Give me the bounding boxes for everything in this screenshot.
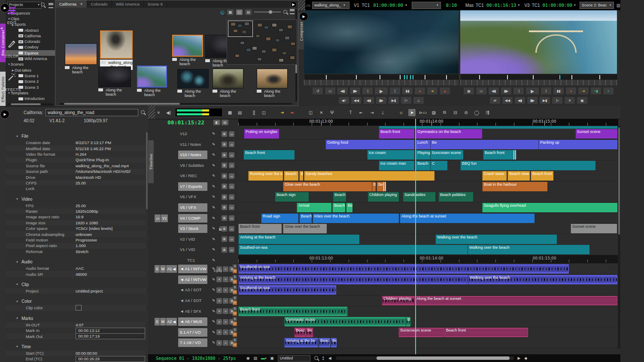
video-clip[interactable]: Beach sign bbox=[275, 192, 309, 202]
project-tree-scrollbar[interactable] bbox=[7, 103, 53, 105]
grid-toggle-icon[interactable]: ▣ bbox=[270, 356, 274, 360]
track-automation-icon[interactable]: ≈ bbox=[223, 277, 228, 282]
track-gear-icon[interactable]: ⚙ bbox=[222, 205, 227, 210]
transport-sync-point-button[interactable]: + bbox=[603, 87, 614, 95]
transport-pause-button[interactable]: ▮▮ bbox=[402, 87, 413, 95]
track-monitor-icon[interactable]: ▭ bbox=[229, 215, 234, 221]
track-name-button[interactable]: V1 / VID bbox=[178, 245, 207, 254]
transport-grid-button[interactable]: ▦ bbox=[463, 87, 474, 95]
track-lane[interactable]: ArrivalBeachBeSeagulls flying overhead bbox=[238, 202, 618, 213]
transport-lift-button[interactable]: ▲ bbox=[439, 87, 450, 95]
audio-clip[interactable]: Walking over the beach bbox=[468, 275, 617, 284]
track-lane[interactable]: BeacBeSunscream sceneBeach front bbox=[238, 327, 618, 338]
focus-indicator-icon[interactable]: ◉ bbox=[246, 356, 250, 360]
mute-button[interactable]: M bbox=[233, 290, 237, 294]
video-clip[interactable]: Ice cream bbox=[367, 150, 414, 160]
track-patch[interactable]: SMA2 ◀ bbox=[155, 318, 177, 326]
section-collapse-icon[interactable]: ▼ bbox=[15, 345, 19, 348]
audio-clip[interactable]: Arriving at the beach bbox=[238, 275, 468, 284]
track-pencil-icon[interactable]: ✎ bbox=[212, 237, 216, 241]
tree-down-arrow-icon[interactable]: ▼ bbox=[7, 92, 11, 94]
record-mas-timecode[interactable]: 00:01:16:13 bbox=[486, 3, 516, 8]
section-header-audio[interactable]: ▼Audio bbox=[6, 258, 146, 265]
track-gear-icon[interactable]: ⚙ bbox=[222, 131, 227, 137]
track-name-button[interactable]: V7 / Experts bbox=[178, 182, 207, 191]
track-pencil-icon[interactable]: ✎ bbox=[212, 320, 216, 324]
track-gear-icon[interactable]: ⚙ bbox=[222, 215, 227, 221]
video-clip[interactable]: Running over the s bbox=[248, 171, 283, 181]
mute-button[interactable]: M bbox=[233, 322, 237, 326]
transport-rewind-button[interactable]: ◀◀ bbox=[502, 97, 513, 104]
track-patch[interactable]: ▭V1 bbox=[155, 214, 168, 222]
bin-clip[interactable]: Along the beach bbox=[98, 66, 131, 97]
video-clip[interactable]: Beach bbox=[299, 214, 312, 223]
track-automation-icon[interactable]: ≈ bbox=[223, 266, 228, 272]
audio-clip[interactable]: B bbox=[406, 317, 410, 326]
text-view-button[interactable]: ▦ bbox=[227, 9, 234, 15]
mute-button[interactable]: M bbox=[233, 311, 237, 316]
mute-button[interactable]: M bbox=[233, 332, 237, 337]
track-name-button[interactable]: V5 / VFX bbox=[178, 203, 207, 212]
video-clip[interactable]: Beach bbox=[284, 171, 298, 181]
track-monitor-icon[interactable]: ▭ bbox=[229, 131, 234, 137]
section-header-video[interactable]: ▼Video bbox=[6, 196, 146, 203]
record-tc-caret[interactable]: ▼ bbox=[574, 4, 576, 6]
video-clip[interactable]: Beach bbox=[416, 161, 430, 170]
timeline-zoom-icon[interactable]: ◆ bbox=[525, 356, 528, 360]
tc1-ruler[interactable]: 00:01:13:0000:01:14:0000:01:15:00 bbox=[238, 255, 618, 263]
video-clip[interactable]: Beach front bbox=[531, 171, 553, 181]
track-monitor-icon[interactable]: ▭ bbox=[229, 194, 234, 200]
track-lane[interactable]: Running over the sBeachBeSandy beachesCr… bbox=[238, 171, 618, 181]
transport-mark-out-button[interactable]: ⌉ bbox=[513, 87, 524, 95]
property-value[interactable]: 00:00:17:19 bbox=[76, 333, 145, 339]
track-name-button[interactable]: V2 / VID bbox=[178, 235, 207, 244]
track-lane[interactable]: Glow over the beachBBeBoat in the harbou… bbox=[238, 181, 618, 192]
video-clip[interactable]: Glow over the beach bbox=[283, 224, 327, 233]
track-pencil-icon[interactable]: ✎ bbox=[212, 205, 216, 210]
track-pencil-icon[interactable]: ✎ bbox=[212, 216, 216, 220]
section-header-clip[interactable]: ▼Clip bbox=[6, 281, 146, 288]
solo-button[interactable]: S bbox=[233, 296, 237, 300]
track-name-button[interactable]: ◄ A5 / SFX bbox=[178, 307, 207, 316]
timeline-v-scrollbar[interactable] bbox=[618, 126, 620, 349]
bin-search-icon[interactable] bbox=[283, 10, 287, 15]
tree-down-arrow-icon[interactable]: ▼ bbox=[7, 63, 11, 66]
track-waveform-icon[interactable]: ≡ bbox=[216, 287, 222, 293]
section-header-file[interactable]: ▼File bbox=[6, 133, 146, 140]
playhead[interactable] bbox=[415, 119, 416, 354]
video-clip[interactable]: Glow over the beach bbox=[283, 182, 372, 191]
transport-step-forward-button[interactable]: ▮▶ bbox=[527, 97, 538, 104]
transport-match-frame-button[interactable]: +▮ bbox=[590, 87, 601, 95]
close-tab-icon[interactable]: ✕ bbox=[80, 0, 83, 8]
tree-item-california[interactable]: California bbox=[6, 33, 55, 39]
timeline-tab[interactable]: Timeline bbox=[148, 140, 154, 183]
track-automation-icon[interactable]: ≈ bbox=[223, 329, 228, 335]
patch-button[interactable]: A2 ◀ bbox=[166, 318, 177, 326]
solo-mute-column[interactable]: SM bbox=[233, 275, 237, 284]
track-pencil-icon[interactable]: ✎ bbox=[212, 174, 216, 178]
track-lane[interactable]: Road signBeachKites over the beachAlong … bbox=[238, 213, 618, 224]
patch-button[interactable]: M bbox=[160, 318, 166, 326]
tree-right-arrow-icon[interactable]: ▶ bbox=[11, 69, 15, 72]
track-lane[interactable]: Southend-on-sea bbox=[238, 285, 618, 296]
solo-button[interactable]: S bbox=[233, 264, 237, 268]
solo-button[interactable]: S bbox=[233, 328, 237, 332]
track-lane[interactable]: Southed-on-seaWalking over the beach bbox=[238, 244, 618, 255]
transport-go-to-out-button[interactable]: ▮▶ bbox=[501, 87, 512, 95]
track-monitor-icon[interactable]: ▭ bbox=[229, 142, 234, 147]
track-name-button[interactable]: V6 / VFX bbox=[178, 193, 207, 201]
video-clip[interactable]: Be bbox=[430, 140, 538, 149]
sequence-search-icon[interactable] bbox=[314, 356, 318, 361]
track-name-button[interactable]: ◄ A3 / SOT bbox=[178, 286, 207, 294]
bin-h-scrollbar[interactable] bbox=[60, 103, 292, 105]
track-lane[interactable]: Ice cream manBeachCBBQ fun bbox=[238, 160, 618, 171]
track-lane[interactable]: Putting on sunglasBeach frontGymnastics … bbox=[238, 129, 618, 139]
script-view-button[interactable]: ▤ bbox=[245, 9, 252, 15]
solo-button[interactable]: S bbox=[233, 307, 237, 311]
section-header-color[interactable]: ▼Color bbox=[6, 298, 146, 305]
solo-mute-column[interactable]: SM bbox=[233, 296, 237, 305]
video-clip[interactable]: Walking over the beach bbox=[468, 245, 589, 254]
solo-button[interactable]: S bbox=[233, 317, 237, 321]
video-clip[interactable]: Beach front bbox=[483, 150, 516, 160]
audio-clip[interactable]: Southend-on-sea bbox=[238, 285, 336, 295]
